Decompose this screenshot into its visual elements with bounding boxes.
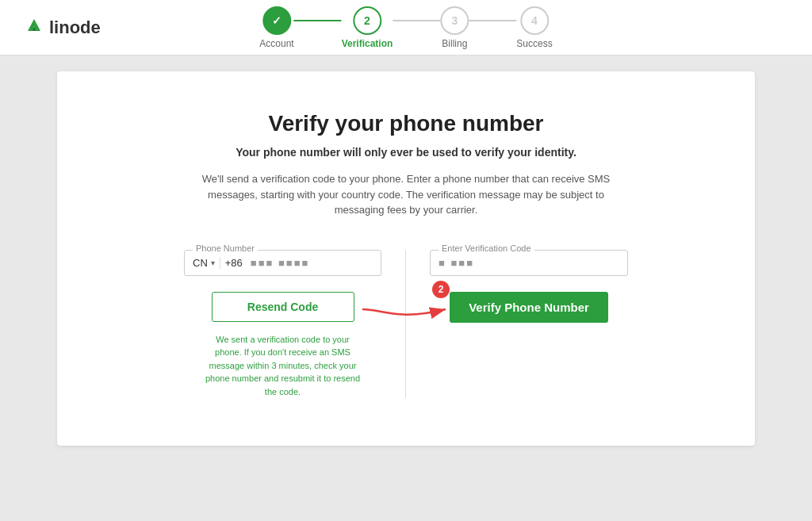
page-subtitle: Your phone number will only ever be used… bbox=[89, 146, 723, 159]
logo-text: linode bbox=[49, 17, 101, 38]
step-label-account: Account bbox=[259, 38, 293, 49]
step-circle-success: 4 bbox=[520, 6, 549, 35]
top-nav: linode ✓ Account 2 Verification 3 Billin… bbox=[0, 0, 812, 56]
logo: linode bbox=[24, 15, 101, 40]
step-label-verification: Verification bbox=[342, 38, 393, 49]
country-code-display: CN bbox=[193, 257, 208, 269]
step-circle-billing: 3 bbox=[440, 6, 469, 35]
step-label-success: Success bbox=[516, 38, 552, 49]
arrow-icon bbox=[358, 293, 454, 325]
connector-2-3 bbox=[393, 20, 440, 21]
resend-info-text: We sent a verification code to your phon… bbox=[204, 333, 362, 399]
chevron-down-icon: ▾ bbox=[211, 259, 215, 267]
step-billing: 3 Billing bbox=[440, 6, 469, 49]
stepper: ✓ Account 2 Verification 3 Billing 4 Suc… bbox=[259, 6, 552, 49]
main-container: Verify your phone number Your phone numb… bbox=[57, 71, 755, 446]
phone-field-label: Phone Number bbox=[193, 243, 258, 253]
step-verification: 2 Verification bbox=[342, 6, 393, 49]
step-label-billing: Billing bbox=[442, 38, 467, 49]
verify-button-area: 2 Verify Phone Number bbox=[450, 289, 608, 323]
verification-field-label: Enter Verification Code bbox=[439, 243, 534, 253]
page-description: We'll send a verification code to your p… bbox=[184, 171, 628, 218]
logo-icon bbox=[24, 15, 44, 40]
step-circle-account: ✓ bbox=[262, 6, 291, 35]
step-success: 4 Success bbox=[516, 6, 552, 49]
page-title: Verify your phone number bbox=[89, 111, 723, 136]
resend-code-button[interactable]: Resend Code bbox=[212, 292, 354, 322]
verification-input-row[interactable]: ■ ■■■ bbox=[431, 251, 627, 275]
country-select[interactable]: CN ▾ bbox=[193, 257, 215, 269]
connector-3-4 bbox=[469, 20, 516, 21]
verification-field-group: Enter Verification Code ■ ■■■ bbox=[430, 250, 628, 276]
phone-number-masked: ■■■ ■■■■ bbox=[251, 257, 310, 269]
badge-2: 2 bbox=[432, 281, 450, 298]
step-account: ✓ Account bbox=[259, 6, 293, 49]
connector-1-2 bbox=[294, 20, 342, 21]
form-area: Phone Number CN ▾ +86 ■■■ ■■■■ Resend Co… bbox=[89, 250, 723, 399]
verification-masked: ■ ■■■ bbox=[439, 257, 474, 269]
resend-button-area: Resend Code bbox=[212, 289, 354, 322]
phone-input-row[interactable]: CN ▾ +86 ■■■ ■■■■ bbox=[185, 251, 381, 275]
phone-field-wrapper: Phone Number CN ▾ +86 ■■■ ■■■■ bbox=[184, 250, 381, 276]
phone-field-group: Phone Number CN ▾ +86 ■■■ ■■■■ bbox=[184, 250, 381, 276]
country-prefix: +86 bbox=[220, 257, 243, 269]
verification-field-wrapper: Enter Verification Code ■ ■■■ bbox=[430, 250, 628, 276]
verify-phone-button[interactable]: Verify Phone Number bbox=[450, 292, 608, 323]
step-circle-verification: 2 bbox=[353, 6, 381, 35]
